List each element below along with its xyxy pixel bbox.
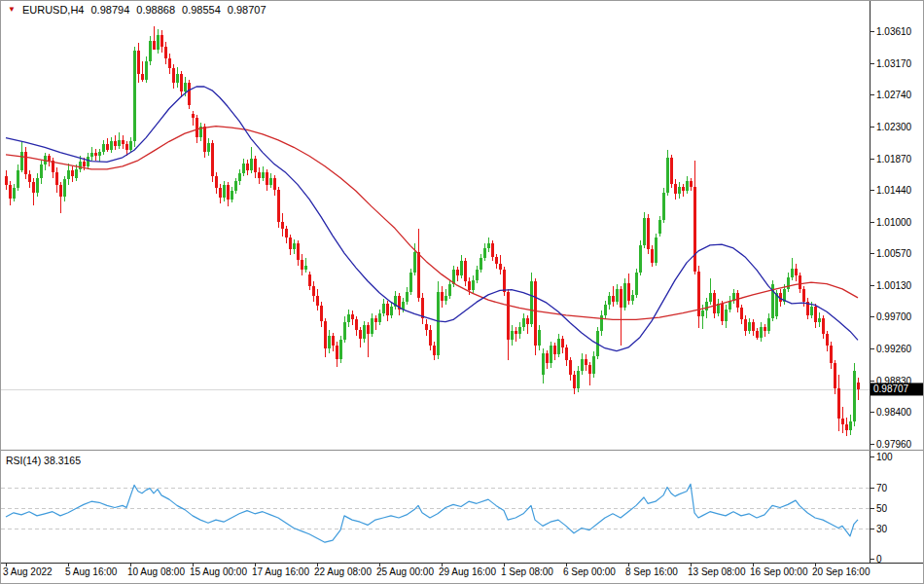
candle-down xyxy=(756,331,759,338)
candle-up xyxy=(787,277,790,289)
candle-down xyxy=(48,156,51,161)
candle-down xyxy=(588,365,591,374)
time-axis-label: 6 Sep 00:00 xyxy=(563,566,616,577)
candle-up xyxy=(67,170,70,180)
candle-up xyxy=(304,266,307,270)
candle-up xyxy=(145,61,148,80)
candle-up xyxy=(538,330,541,347)
candle-up xyxy=(176,74,179,83)
candle-down xyxy=(721,304,724,321)
candle-down xyxy=(425,324,428,330)
candle-up xyxy=(293,243,296,249)
candle-up xyxy=(818,318,821,323)
candle-up xyxy=(110,141,113,150)
candle-down xyxy=(857,383,860,389)
candle-down xyxy=(83,162,86,166)
candle-up xyxy=(472,280,475,291)
candle-down xyxy=(180,74,183,91)
candle-down xyxy=(569,360,572,375)
candle-down xyxy=(515,331,517,334)
time-axis-label: 10 Aug 08:00 xyxy=(127,566,185,577)
candle-up xyxy=(378,313,381,323)
candle-up xyxy=(382,304,385,313)
price-axis-label: 1.03170 xyxy=(876,58,912,69)
candle-down xyxy=(429,330,432,347)
candle-down xyxy=(553,346,556,354)
chart-canvas[interactable]: 1.036101.031701.027401.023001.018701.014… xyxy=(1,1,924,584)
candle-down xyxy=(332,336,335,347)
candle-down xyxy=(585,359,587,365)
time-axis-label: 22 Aug 08:00 xyxy=(314,566,372,577)
candle-down xyxy=(456,270,459,275)
candle-down xyxy=(355,319,358,330)
candle-up xyxy=(87,157,89,166)
candle-down xyxy=(627,283,630,301)
candle-up xyxy=(476,270,479,280)
candle-down xyxy=(690,181,693,187)
candle-up xyxy=(98,152,101,157)
time-axis-label: 1 Sep 08:00 xyxy=(501,566,553,577)
candle-down xyxy=(172,68,175,83)
candle-up xyxy=(250,159,253,170)
candle-down xyxy=(736,293,739,308)
time-axis-label: 8 Sep 16:00 xyxy=(625,566,678,577)
candle-down xyxy=(612,296,615,302)
candle-down xyxy=(211,143,214,177)
candle-down xyxy=(693,187,696,272)
candle-down xyxy=(814,307,817,323)
candle-up xyxy=(639,245,642,274)
candle-up xyxy=(262,172,265,178)
candle-up xyxy=(363,325,366,339)
candle-down xyxy=(764,327,766,332)
candle-down xyxy=(336,346,338,359)
candle-up xyxy=(623,283,626,309)
open-value: 0.98794 xyxy=(91,4,130,16)
price-axis-label: 0.99260 xyxy=(876,344,912,354)
candle-up xyxy=(460,261,463,275)
candle-down xyxy=(24,152,27,174)
candle-down xyxy=(281,222,284,230)
time-axis-label: 15 Aug 00:00 xyxy=(190,566,247,577)
candle-up xyxy=(853,371,856,422)
candle-down xyxy=(285,229,288,237)
candle-down xyxy=(324,321,327,349)
candle-up xyxy=(522,318,525,327)
candle-up xyxy=(339,340,342,359)
time-axis-label: 17 Aug 16:00 xyxy=(252,566,309,577)
candle-up xyxy=(631,295,634,301)
candle-up xyxy=(149,41,152,61)
candle-down xyxy=(374,318,377,323)
panel-splitter[interactable] xyxy=(1,448,924,453)
candle-down xyxy=(468,281,471,290)
candle-up xyxy=(550,346,552,363)
candle-down xyxy=(320,306,323,321)
price-axis-label: 1.00570 xyxy=(876,248,912,259)
candle-up xyxy=(90,153,93,158)
candle-down xyxy=(565,347,568,361)
candle-down xyxy=(258,172,261,178)
candle-up xyxy=(118,140,121,146)
candle-down xyxy=(266,172,268,186)
candle-down xyxy=(192,114,195,119)
candle-up xyxy=(437,292,440,355)
candle-down xyxy=(168,58,171,69)
candle-up xyxy=(444,296,447,301)
candle-down xyxy=(841,419,844,424)
candle-up xyxy=(207,143,210,152)
candle-down xyxy=(740,308,743,319)
candle-down xyxy=(94,153,97,157)
candle-up xyxy=(75,169,78,178)
candle-down xyxy=(297,243,300,260)
candle-up xyxy=(448,284,451,295)
candle-up xyxy=(234,181,237,192)
candle-down xyxy=(507,292,510,341)
candle-up xyxy=(849,421,852,430)
low-value: 0.98554 xyxy=(182,4,221,16)
candle-down xyxy=(526,318,529,324)
candle-down xyxy=(301,260,303,270)
candle-up xyxy=(409,273,412,292)
candle-down xyxy=(744,319,747,331)
candle-down xyxy=(277,190,280,222)
candle-down xyxy=(421,298,424,318)
candle-down xyxy=(830,346,833,363)
